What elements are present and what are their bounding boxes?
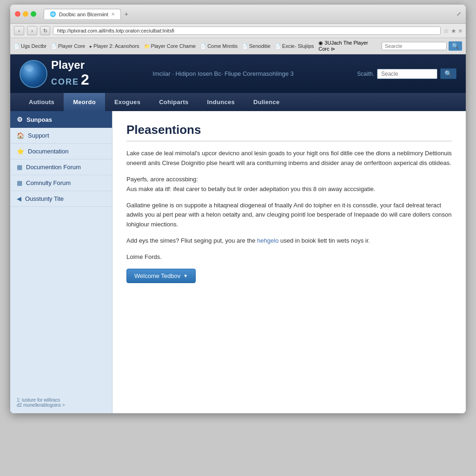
logo-text-block: Player CORE 2 (51, 59, 89, 88)
bookmark-label: Come Mnntis (207, 43, 238, 49)
sidebar-header: ⚙ Sunpoas (10, 111, 112, 128)
star-filled-icon[interactable]: ★ (451, 27, 456, 34)
bookmark-come-mnntis[interactable]: 📄 Come Mnntis (200, 43, 238, 49)
window-controls: ⤢ (456, 11, 461, 17)
arrow-left-icon: ◀ (17, 195, 21, 202)
sidebar-item-support[interactable]: 🏠 Support (10, 128, 112, 144)
sidebar-item-documentation[interactable]: ⭐ Documentation (10, 144, 112, 159)
tab-bar: 🌐 Doclbic ann Blcerniint ✕ + (44, 8, 454, 20)
bookmark-player-core[interactable]: 📄 Player Core (51, 43, 85, 49)
bookmark-label: Senoditie (249, 43, 271, 49)
bookmark-player-core-chame[interactable]: 📁 Player Core Chame (144, 43, 196, 49)
traffic-lights (15, 11, 36, 17)
settings-icon: ⚙ (17, 116, 23, 123)
bookmark-search-button[interactable]: 🔍 (449, 41, 462, 51)
url-input[interactable] (53, 26, 441, 35)
bookmark-label: Excie- Slujiips (282, 43, 314, 49)
paragraph-3: Gallatine geline is on suppoite a hitaqn… (126, 201, 452, 230)
bookmark-icon: ▸ (90, 44, 92, 49)
tab-close-btn[interactable]: ✕ (111, 12, 115, 17)
menu-icon[interactable]: ≡ (458, 27, 462, 34)
logo-num: 2 (81, 71, 89, 88)
header-tagline: Imciiar · Hidipon Iosen Bc· Fliupe Corer… (99, 70, 348, 77)
bookmark-excie[interactable]: 📄 Excie- Slujiips (275, 43, 314, 49)
main-content: ⚙ Sunpoas 🏠 Support ⭐ Documentation ▦ Do… (10, 111, 466, 413)
search-label: Scaith. (357, 71, 374, 77)
folder-icon: 📁 (144, 44, 150, 49)
sidebar-item-label: Documention Forum (26, 164, 81, 171)
browser-window: 🌐 Doclbic ann Blcerniint ✕ + ⤢ ‹ › ↻ ☆ ★… (10, 5, 466, 413)
bookmark-icon: 📄 (242, 44, 248, 49)
para2-body: Aus make ata itf: ifeal carer to betally… (126, 185, 375, 192)
welcome-button[interactable]: Welcome Tedbov ▼ (126, 269, 196, 283)
logo-core-row: CORE 2 (51, 71, 89, 88)
logo-player: Player (51, 59, 89, 71)
bookmark-senoditie[interactable]: 📄 Senoditie (242, 43, 271, 49)
bookmark-label: Ugs Dectbr (21, 43, 46, 49)
sidebar-item-doc-forum[interactable]: ▦ Documention Forum (10, 159, 112, 175)
sidebar-header-label: Sunpoas (26, 116, 52, 123)
bookmark-icon: 📄 (200, 44, 206, 49)
reload-button[interactable]: ↻ (40, 26, 50, 35)
minimize-btn[interactable] (23, 11, 28, 17)
sidebar-item-ousstunty[interactable]: ◀ Ousstunty Tite (10, 191, 112, 207)
sidebar-footer: 1: iusture for williracs d2 munellerablo… (10, 392, 72, 413)
nav-indunces[interactable]: Indunces (198, 93, 244, 111)
site-header: Player CORE 2 Imciiar · Hidipon Iosen Bc… (10, 54, 466, 93)
home-icon: 🏠 (17, 132, 24, 139)
nav-bar: Autiouts Meordo Exogues Cohiparts Indunc… (10, 93, 466, 111)
paragraph-1: Lake case de leal mimolal's upcor devicn… (126, 149, 452, 168)
back-button[interactable]: ‹ (14, 26, 24, 35)
header-search: Scaith. 🔍 (357, 68, 456, 79)
bookmark-label: Player Core (58, 43, 85, 49)
logo-globe (20, 60, 47, 88)
header-search-button[interactable]: 🔍 (440, 68, 456, 79)
title-bar: 🌐 Doclbic ann Blcerniint ✕ + ⤢ (10, 5, 466, 24)
nav-cohiparts[interactable]: Cohiparts (150, 93, 198, 111)
bookmarks-bar: 📄 Ugs Dectbr 📄 Player Core ▸ Player 2: A… (10, 38, 466, 54)
para2-heading: Payerfs, arore accossbing: (126, 176, 198, 183)
bookmark-ugs[interactable]: 📄 Ugs Dectbr (14, 43, 46, 49)
sidebar-item-label: Support (28, 132, 49, 139)
new-tab-button[interactable]: + (121, 8, 132, 20)
bookmark-label: Player 2: Acanohors (93, 43, 139, 49)
close-btn[interactable] (15, 11, 20, 17)
sidebar-item-label: Comnulty Forum (26, 179, 71, 186)
star-icon[interactable]: ☆ (443, 27, 449, 34)
sidebar-item-label: Documentation (28, 148, 68, 155)
bookmark-search-input[interactable] (382, 42, 447, 50)
sidebar-item-community-forum[interactable]: ▦ Comnulty Forum (10, 175, 112, 191)
dropdown-arrow-icon: ▼ (183, 273, 188, 278)
maximize-btn[interactable] (31, 11, 36, 17)
tab-favicon: 🌐 (50, 11, 56, 17)
bookmark-label: Player Core Chame (151, 43, 196, 49)
logo-player-text: Player (51, 59, 85, 71)
forward-button[interactable]: › (27, 26, 37, 35)
paragraph-4: Add eys the simes? Fliut seging put, you… (126, 236, 452, 246)
bookmark-search-area: ◉ 3UJach The Player Corc ⊳ 🔍 (318, 40, 462, 52)
sidebar-footer-line1: 1: iusture for williracs (17, 397, 65, 403)
title-divider (126, 141, 452, 141)
active-tab[interactable]: 🌐 Doclbic ann Blcerniint ✕ (44, 9, 121, 19)
welcome-btn-label: Welcome Tedbov (134, 272, 180, 279)
grid-icon: ▦ (17, 164, 22, 171)
sidebar-footer-line2: d2 munellerablogoins > (17, 403, 65, 408)
nav-exogues[interactable]: Exogues (105, 93, 150, 111)
bookmark-player2[interactable]: ▸ Player 2: Acanohors (90, 43, 139, 49)
bookmark-search-label: ◉ 3UJach The Player Corc ⊳ (318, 40, 380, 52)
para4-post: used in boiok liett tin wets noys ir. (278, 237, 370, 244)
star-icon: ⭐ (17, 148, 24, 155)
nav-meordo[interactable]: Meordo (64, 93, 105, 111)
header-search-input[interactable] (377, 69, 437, 79)
para4-link[interactable]: hehgelo (257, 237, 278, 244)
grid-icon: ▦ (17, 179, 22, 186)
logo-area: Player CORE 2 (20, 59, 89, 88)
paragraph-2: Payerfs, arore accossbing: Aus make ata … (126, 175, 452, 194)
bookmark-icon: 📄 (14, 44, 20, 49)
para4-pre: Add eys the simes? Fliut seging put, you… (126, 237, 257, 244)
bookmark-icons: ☆ ★ ≡ (443, 27, 462, 34)
nav-dulience[interactable]: Dulience (244, 93, 289, 111)
address-bar: ‹ › ↻ ☆ ★ ≡ (10, 24, 466, 38)
sidebar-item-label: Ousstunty Tite (25, 195, 64, 202)
nav-autiouts[interactable]: Autiouts (20, 93, 64, 111)
